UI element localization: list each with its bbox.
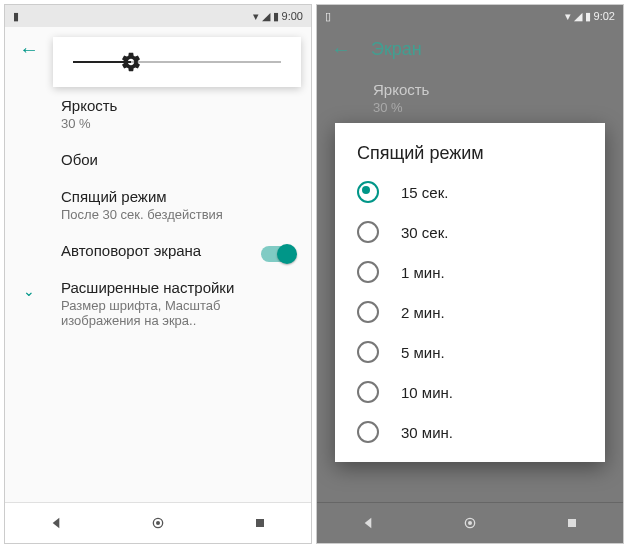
sleep-dialog: Спящий режим 15 сек.30 сек.1 мин.2 мин.5… <box>335 123 605 462</box>
radio-label: 10 мин. <box>401 384 453 401</box>
signal-icon: ◢ <box>262 10 270 23</box>
radio-icon <box>357 181 379 203</box>
appbar-title: Экран <box>371 39 422 60</box>
battery-icon: ▮ <box>273 10 279 23</box>
signal-icon: ◢ <box>574 10 582 23</box>
radio-label: 15 сек. <box>401 184 448 201</box>
nav-home-icon[interactable] <box>462 515 478 531</box>
setting-title: Спящий режим <box>61 188 295 205</box>
phone-left: ▮ ▾ ◢ ▮ 9:00 ← Яркость 30 % Обои Спящий … <box>4 4 312 544</box>
setting-title: Автоповорот экрана <box>61 242 295 259</box>
radio-icon <box>357 221 379 243</box>
back-icon[interactable]: ← <box>19 39 39 59</box>
nav-recent-icon[interactable] <box>564 515 580 531</box>
nav-home-icon[interactable] <box>150 515 166 531</box>
radio-icon <box>357 301 379 323</box>
settings-list: Яркость 30 % <box>317 71 623 125</box>
setting-sub: 30 % <box>373 100 607 115</box>
radio-label: 1 мин. <box>401 264 445 281</box>
radio-option[interactable]: 30 мин. <box>335 412 605 452</box>
app-bar: ← Экран <box>317 27 623 71</box>
status-bar: ▮ ▾ ◢ ▮ 9:00 <box>5 5 311 27</box>
radio-icon <box>357 381 379 403</box>
brightness-slider[interactable] <box>73 61 281 63</box>
radio-icon <box>357 341 379 363</box>
setting-sub: После 30 сек. бездействия <box>61 207 295 222</box>
setting-title: Обои <box>61 151 295 168</box>
svg-rect-5 <box>568 519 576 527</box>
setting-wallpaper[interactable]: Обои <box>5 141 311 178</box>
radio-icon <box>357 421 379 443</box>
svg-rect-2 <box>256 519 264 527</box>
radio-label: 30 мин. <box>401 424 453 441</box>
setting-title: Расширенные настройки <box>61 279 295 296</box>
radio-option[interactable]: 5 мин. <box>335 332 605 372</box>
radio-option[interactable]: 2 мин. <box>335 292 605 332</box>
phone-right: ▯ ▾ ◢ ▮ 9:02 ← Экран Яркость 30 % Спящий… <box>316 4 624 544</box>
status-bar: ▯ ▾ ◢ ▮ 9:02 <box>317 5 623 27</box>
chevron-down-icon: ⌄ <box>23 283 35 299</box>
setting-sub: Размер шрифта, Масштаб изображения на эк… <box>61 298 295 328</box>
wifi-icon: ▾ <box>565 10 571 23</box>
setting-autorotate[interactable]: Автоповорот экрана <box>5 232 311 269</box>
dialog-title: Спящий режим <box>335 143 605 172</box>
radio-label: 30 сек. <box>401 224 448 241</box>
battery-icon: ▯ <box>325 10 331 23</box>
nav-bar <box>317 502 623 543</box>
nav-back-icon[interactable] <box>48 515 64 531</box>
nav-recent-icon[interactable] <box>252 515 268 531</box>
setting-title: Яркость <box>61 97 295 114</box>
radio-option[interactable]: 30 сек. <box>335 212 605 252</box>
radio-option[interactable]: 1 мин. <box>335 252 605 292</box>
settings-list: Яркость 30 % Обои Спящий режим После 30 … <box>5 71 311 338</box>
status-time: 9:02 <box>594 10 615 22</box>
status-time: 9:00 <box>282 10 303 22</box>
radio-label: 5 мин. <box>401 344 445 361</box>
svg-point-4 <box>468 521 472 525</box>
autorotate-switch[interactable] <box>261 246 295 262</box>
radio-label: 2 мин. <box>401 304 445 321</box>
radio-option[interactable]: 15 сек. <box>335 172 605 212</box>
nav-bar <box>5 502 311 543</box>
setting-title: Яркость <box>373 81 607 98</box>
brightness-thumb-icon[interactable] <box>120 51 142 73</box>
setting-brightness[interactable]: Яркость 30 % <box>317 71 623 125</box>
radio-icon <box>357 261 379 283</box>
svg-point-1 <box>156 521 160 525</box>
radio-list: 15 сек.30 сек.1 мин.2 мин.5 мин.10 мин.3… <box>335 172 605 452</box>
brightness-slider-card <box>53 37 301 87</box>
radio-option[interactable]: 10 мин. <box>335 372 605 412</box>
battery-icon: ▮ <box>585 10 591 23</box>
back-icon[interactable]: ← <box>331 39 351 59</box>
battery-icon: ▮ <box>13 10 19 23</box>
nav-back-icon[interactable] <box>360 515 376 531</box>
setting-sleep[interactable]: Спящий режим После 30 сек. бездействия <box>5 178 311 232</box>
setting-sub: 30 % <box>61 116 295 131</box>
wifi-icon: ▾ <box>253 10 259 23</box>
setting-advanced[interactable]: ⌄ Расширенные настройки Размер шрифта, М… <box>5 269 311 338</box>
